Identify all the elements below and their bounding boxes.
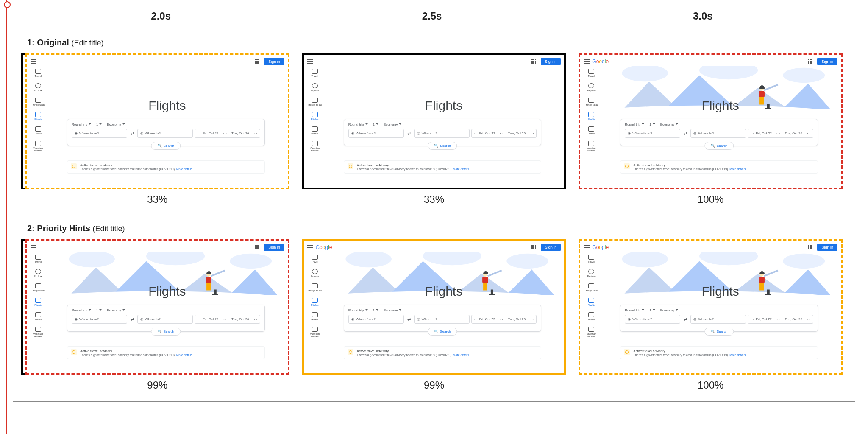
to-input[interactable]: ◎Where to? xyxy=(414,129,470,138)
advisory-more-link[interactable]: More details xyxy=(176,353,192,356)
class-select[interactable]: Economy xyxy=(660,123,678,126)
trip-type-select[interactable]: Round trip xyxy=(625,123,644,126)
to-input[interactable]: ◎Where to? xyxy=(690,129,746,138)
sign-in-button[interactable]: Sign in xyxy=(541,244,561,251)
to-input[interactable]: ◎Where to? xyxy=(137,315,193,324)
advisory-more-link[interactable]: More details xyxy=(176,168,192,171)
sign-in-button[interactable]: Sign in xyxy=(817,244,837,251)
sidebar-item-vacation-rentals[interactable]: Vacation rentals xyxy=(583,327,600,338)
sidebar-item-things-to-do[interactable]: Things to do xyxy=(583,283,600,292)
apps-grid-icon[interactable] xyxy=(255,59,260,64)
trip-type-select[interactable]: Round trip xyxy=(72,308,91,312)
date-range-input[interactable]: ▭Fri, Oct 22 ‹ › Tue, Oct 26 ‹ › xyxy=(471,129,537,138)
from-input[interactable]: ◉Where from? xyxy=(625,129,680,138)
apps-grid-icon[interactable] xyxy=(808,59,813,64)
sidebar-item-flights[interactable]: Flights xyxy=(583,112,600,120)
sidebar-item-explore[interactable]: Explore xyxy=(583,269,600,277)
filmstrip-frame[interactable]: Google Sign in Travel Explore Things to … xyxy=(302,239,566,375)
sidebar-item-vacation-rentals[interactable]: Vacation rentals xyxy=(306,141,323,152)
edit-title-link[interactable]: (Edit title) xyxy=(92,224,125,233)
advisory-more-link[interactable]: More details xyxy=(453,168,469,171)
advisory-more-link[interactable]: More details xyxy=(453,353,469,356)
trip-type-select[interactable]: Round trip xyxy=(625,308,644,312)
sidebar-item-travel[interactable]: Travel xyxy=(583,255,600,263)
sidebar-item-hotels[interactable]: Hotels xyxy=(30,126,47,135)
sign-in-button[interactable]: Sign in xyxy=(541,58,561,65)
class-select[interactable]: Economy xyxy=(107,308,125,312)
sidebar-item-things-to-do[interactable]: Things to do xyxy=(306,283,323,292)
filmstrip-frame[interactable]: Google Sign in Travel Explore Things to … xyxy=(25,239,289,375)
date-range-input[interactable]: ▭Fri, Oct 22 ‹ › Tue, Oct 26 ‹ › xyxy=(748,315,813,324)
filmstrip-frame[interactable]: Google Sign in Travel Explore Things to … xyxy=(579,53,843,189)
swap-icon[interactable]: ⇄ xyxy=(129,129,136,138)
search-button[interactable]: 🔍Search xyxy=(428,328,457,336)
advisory-more-link[interactable]: More details xyxy=(729,353,746,356)
sidebar-item-travel[interactable]: Travel xyxy=(306,255,323,263)
sidebar-item-flights[interactable]: Flights xyxy=(30,298,47,306)
class-select[interactable]: Economy xyxy=(107,123,125,126)
date-range-input[interactable]: ▭Fri, Oct 22 ‹ › Tue, Oct 26 ‹ › xyxy=(195,315,260,324)
date-range-input[interactable]: ▭Fri, Oct 22 ‹ › Tue, Oct 26 ‹ › xyxy=(195,129,260,138)
to-input[interactable]: ◎Where to? xyxy=(690,315,746,324)
hamburger-icon[interactable] xyxy=(584,59,590,64)
hamburger-icon[interactable] xyxy=(31,59,36,64)
from-input[interactable]: ◉Where from? xyxy=(72,129,127,138)
trip-type-select[interactable]: Round trip xyxy=(72,123,91,126)
search-button[interactable]: 🔍Search xyxy=(428,142,457,150)
sidebar-item-things-to-do[interactable]: Things to do xyxy=(30,283,47,292)
sidebar-item-hotels[interactable]: Hotels xyxy=(306,126,323,135)
sign-in-button[interactable]: Sign in xyxy=(817,58,837,65)
sidebar-item-vacation-rentals[interactable]: Vacation rentals xyxy=(30,327,47,338)
sign-in-button[interactable]: Sign in xyxy=(264,58,284,65)
apps-grid-icon[interactable] xyxy=(531,59,537,64)
sign-in-button[interactable]: Sign in xyxy=(264,244,284,251)
swap-icon[interactable]: ⇄ xyxy=(406,315,412,324)
sidebar-item-hotels[interactable]: Hotels xyxy=(306,312,323,321)
date-range-input[interactable]: ▭Fri, Oct 22 ‹ › Tue, Oct 26 ‹ › xyxy=(471,315,537,324)
swap-icon[interactable]: ⇄ xyxy=(129,315,136,324)
class-select[interactable]: Economy xyxy=(660,308,678,312)
sidebar-item-flights[interactable]: Flights xyxy=(306,298,323,306)
sidebar-item-flights[interactable]: Flights xyxy=(306,112,323,120)
class-select[interactable]: Economy xyxy=(384,308,401,312)
apps-grid-icon[interactable] xyxy=(808,245,813,250)
swap-icon[interactable]: ⇄ xyxy=(682,315,689,324)
to-input[interactable]: ◎Where to? xyxy=(414,315,470,324)
hamburger-icon[interactable] xyxy=(307,245,313,249)
to-input[interactable]: ◎Where to? xyxy=(137,129,193,138)
sidebar-item-explore[interactable]: Explore xyxy=(30,269,47,277)
filmstrip-frame[interactable]: Google Sign in Travel Explore Things to … xyxy=(25,53,289,189)
from-input[interactable]: ◉Where from? xyxy=(72,315,127,324)
passenger-select[interactable]: 1 xyxy=(373,308,378,312)
sidebar-item-explore[interactable]: Explore xyxy=(30,83,47,92)
sidebar-item-things-to-do[interactable]: Things to do xyxy=(30,98,47,106)
sidebar-item-explore[interactable]: Explore xyxy=(306,269,323,277)
sidebar-item-travel[interactable]: Travel xyxy=(30,255,47,263)
sidebar-item-hotels[interactable]: Hotels xyxy=(30,312,47,321)
sidebar-item-travel[interactable]: Travel xyxy=(30,69,47,77)
sidebar-item-vacation-rentals[interactable]: Vacation rentals xyxy=(30,141,47,152)
hamburger-icon[interactable] xyxy=(584,245,590,249)
filmstrip-frame[interactable]: Google Sign in Travel Explore Things to … xyxy=(579,239,843,375)
class-select[interactable]: Economy xyxy=(384,123,401,126)
hamburger-icon[interactable] xyxy=(31,245,36,249)
from-input[interactable]: ◉Where from? xyxy=(348,315,404,324)
passenger-select[interactable]: 1 xyxy=(649,123,655,126)
date-range-input[interactable]: ▭Fri, Oct 22 ‹ › Tue, Oct 26 ‹ › xyxy=(748,129,813,138)
search-button[interactable]: 🔍Search xyxy=(704,142,734,150)
advisory-more-link[interactable]: More details xyxy=(729,168,746,171)
sidebar-item-explore[interactable]: Explore xyxy=(306,83,323,92)
sidebar-item-vacation-rentals[interactable]: Vacation rentals xyxy=(306,327,323,338)
hamburger-icon[interactable] xyxy=(307,59,313,64)
sidebar-item-explore[interactable]: Explore xyxy=(583,83,600,92)
sidebar-item-travel[interactable]: Travel xyxy=(583,69,600,77)
sidebar-item-things-to-do[interactable]: Things to do xyxy=(306,98,323,106)
sidebar-item-flights[interactable]: Flights xyxy=(583,298,600,306)
passenger-select[interactable]: 1 xyxy=(96,308,102,312)
from-input[interactable]: ◉Where from? xyxy=(625,315,680,324)
passenger-select[interactable]: 1 xyxy=(649,308,655,312)
sidebar-item-travel[interactable]: Travel xyxy=(306,69,323,77)
passenger-select[interactable]: 1 xyxy=(96,123,102,126)
from-input[interactable]: ◉Where from? xyxy=(348,129,404,138)
filmstrip-frame[interactable]: Google Sign in Travel Explore Things to … xyxy=(302,53,566,189)
